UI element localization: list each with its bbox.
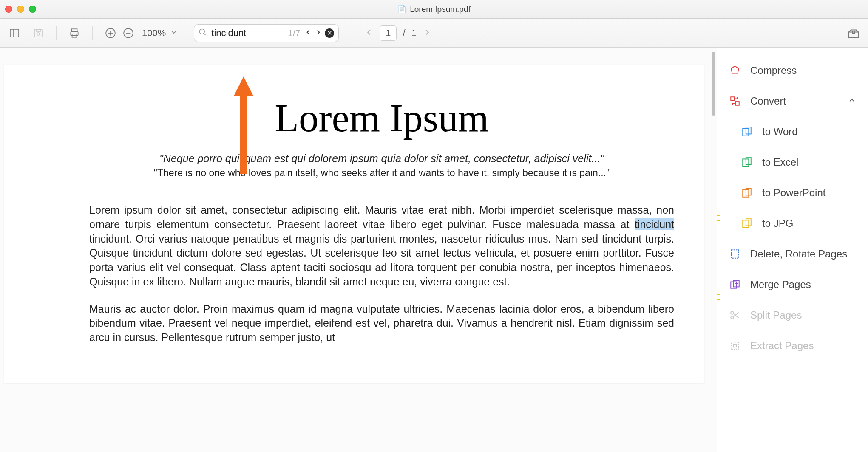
- delete-rotate-icon: [729, 248, 741, 260]
- minimize-button[interactable]: [17, 6, 24, 13]
- svg-rect-38: [731, 342, 738, 349]
- sidebar-item-split: Split Pages: [717, 300, 868, 331]
- save-icon[interactable]: [31, 25, 46, 41]
- svg-point-34: [731, 311, 734, 314]
- resize-handle-icon[interactable]: [717, 293, 720, 302]
- sidebar-item-label: Split Pages: [750, 309, 802, 321]
- sidebar-item-label: Convert: [750, 95, 786, 107]
- sidebar-item-delete-rotate[interactable]: Delete, Rotate Pages: [717, 239, 868, 269]
- document-paragraph-2: Mauris ac auctor dolor. Proin maximus qu…: [89, 302, 674, 345]
- resize-handle-icon[interactable]: [717, 214, 720, 223]
- search-input[interactable]: [211, 28, 284, 39]
- page-nav: / 1: [364, 25, 431, 41]
- search-box: 1/7 ✕: [194, 24, 339, 42]
- svg-rect-0: [10, 29, 19, 37]
- svg-rect-5: [72, 29, 77, 32]
- window-title-text: Lorem Ipsum.pdf: [410, 5, 471, 14]
- svg-rect-2: [34, 29, 42, 37]
- sidebar-item-merge[interactable]: Merge Pages: [717, 269, 868, 300]
- tools-sidebar: Compress Convert to Word to Excel: [717, 48, 868, 452]
- document-quote-2: "There is no one who loves pain itself, …: [89, 167, 674, 179]
- word-icon: [741, 126, 753, 138]
- sidebar-item-label: Merge Pages: [750, 279, 811, 291]
- window-title: 📄 Lorem Ipsum.pdf: [397, 5, 471, 14]
- horizontal-rule: [89, 198, 674, 198]
- document-page: Lorem Ipsum "Neque porro quisquam est qu…: [4, 65, 704, 383]
- sidebar-item-label: Compress: [750, 65, 797, 76]
- toolbox-icon[interactable]: [846, 25, 861, 41]
- sidebar-item-label: Extract Pages: [750, 340, 814, 352]
- sidebar-item-to-word[interactable]: to Word: [717, 116, 868, 147]
- sidebar-item-label: to Word: [762, 126, 798, 138]
- sidebar-item-label: to PowerPoint: [762, 187, 825, 199]
- svg-line-14: [204, 33, 206, 35]
- sidebar-item-extract: Extract Pages: [717, 331, 868, 361]
- sidebar-item-label: to JPG: [762, 218, 793, 229]
- print-icon[interactable]: [67, 25, 82, 41]
- split-icon: [729, 309, 741, 321]
- svg-rect-39: [734, 345, 737, 347]
- document-icon: 📄: [397, 5, 406, 14]
- toolbar-separator: [56, 26, 57, 40]
- svg-rect-4: [36, 29, 40, 31]
- compress-icon: [729, 65, 741, 76]
- document-pane[interactable]: Lorem Ipsum "Neque porro quisquam est qu…: [0, 48, 717, 452]
- zoom-out-icon[interactable]: [121, 25, 136, 41]
- search-prev-icon[interactable]: [304, 28, 312, 39]
- extract-icon: [729, 340, 741, 352]
- toolbar: 100% 1/7 ✕ / 1: [0, 19, 868, 48]
- document-paragraph-1: Lorem ipsum dolor sit amet, consectetur …: [89, 203, 674, 289]
- svg-rect-29: [731, 250, 738, 258]
- chevron-up-icon: [848, 95, 856, 107]
- next-page-icon[interactable]: [423, 26, 432, 40]
- maximize-button[interactable]: [29, 6, 36, 13]
- search-highlight: tincidunt: [635, 218, 674, 230]
- convert-icon: [729, 95, 741, 107]
- p1-before: Lorem ipsum dolor sit amet, consectetur …: [89, 204, 674, 230]
- document-title: Lorem Ipsum: [89, 95, 674, 141]
- close-button[interactable]: [5, 6, 12, 13]
- zoom-in-icon[interactable]: [103, 25, 118, 41]
- sidebar-item-label: Delete, Rotate Pages: [750, 248, 847, 260]
- search-result-counter: 1/7: [288, 28, 300, 38]
- sidebar-item-to-jpg[interactable]: to JPG: [717, 208, 868, 239]
- svg-point-3: [37, 33, 40, 35]
- sidebar-item-to-powerpoint[interactable]: to PowerPoint: [717, 178, 868, 208]
- toolbar-separator: [92, 26, 93, 40]
- vertical-scrollbar[interactable]: [712, 52, 715, 116]
- sidebar-item-compress[interactable]: Compress: [717, 55, 868, 86]
- document-quote-1: "Neque porro quisquam est qui dolorem ip…: [89, 153, 674, 165]
- svg-point-13: [200, 29, 205, 34]
- window-controls: [5, 6, 36, 13]
- search-next-icon[interactable]: [315, 28, 322, 39]
- powerpoint-icon: [741, 187, 753, 199]
- svg-rect-19: [731, 97, 735, 101]
- total-pages-label: 1: [411, 28, 417, 39]
- jpg-icon: [741, 218, 753, 229]
- main-area: Lorem Ipsum "Neque porro quisquam est qu…: [0, 48, 868, 452]
- merge-icon: [729, 279, 741, 291]
- search-clear-icon[interactable]: ✕: [325, 28, 334, 38]
- zoom-dropdown-icon[interactable]: [170, 28, 178, 39]
- svg-rect-20: [735, 102, 739, 105]
- page-separator: /: [403, 28, 405, 39]
- search-icon: [199, 28, 207, 38]
- sidebar-item-convert[interactable]: Convert: [717, 86, 868, 116]
- search-nav: ✕: [304, 28, 334, 39]
- svg-marker-18: [731, 66, 738, 73]
- sidebar-item-label: to Excel: [762, 156, 798, 168]
- svg-point-35: [731, 316, 734, 319]
- sidebar-toggle-icon[interactable]: [7, 25, 22, 41]
- sidebar-item-to-excel[interactable]: to Excel: [717, 147, 868, 178]
- current-page-input[interactable]: [380, 25, 397, 41]
- zoom-level-label: 100%: [142, 28, 166, 39]
- prev-page-icon[interactable]: [364, 26, 374, 40]
- zoom-controls: 100%: [103, 25, 178, 41]
- excel-icon: [741, 156, 753, 168]
- p1-after: tincidunt. Orci varius natoque penatibus…: [89, 233, 674, 288]
- titlebar: 📄 Lorem Ipsum.pdf: [0, 0, 868, 19]
